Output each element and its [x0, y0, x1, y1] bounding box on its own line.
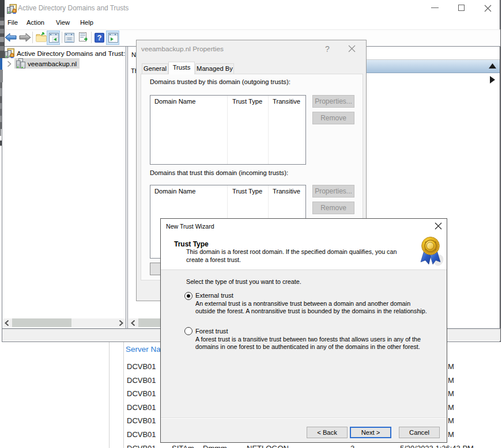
- svg-text:?: ?: [97, 33, 102, 42]
